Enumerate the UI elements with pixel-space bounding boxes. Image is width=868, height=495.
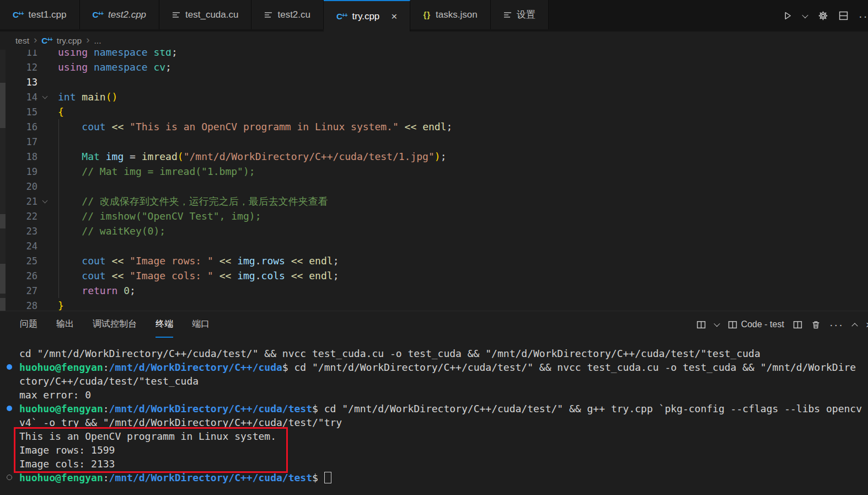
- run-button[interactable]: [783, 11, 792, 20]
- breadcrumb-separator: ›: [86, 34, 89, 46]
- code-line[interactable]: 23 // waitKey(0);: [0, 223, 868, 238]
- line-number: 26: [0, 269, 37, 284]
- indent-guide: [58, 119, 59, 298]
- launch-profile-chevron[interactable]: [715, 322, 719, 327]
- terminal-output[interactable]: cd "/mnt/d/WorkDirectory/C++/cuda/test/"…: [0, 338, 868, 495]
- panel-tab-端口[interactable]: 端口: [192, 311, 210, 338]
- tab-label: test2.cu: [277, 9, 310, 20]
- panel-tab-终端[interactable]: 终端: [156, 311, 173, 338]
- tab-test_cuda.cu[interactable]: test_cuda.cu: [159, 0, 251, 29]
- kill-terminal-button[interactable]: [811, 320, 821, 329]
- code-line[interactable]: 24: [0, 238, 868, 253]
- cpp-file-icon: C++: [336, 12, 347, 20]
- more-panel-actions-icon: ···: [829, 319, 844, 330]
- line-number: 16: [0, 120, 37, 135]
- split-editor-button[interactable]: [839, 11, 848, 20]
- more-editor-actions[interactable]: ···: [859, 10, 868, 22]
- close-panel-button[interactable]: ×: [866, 320, 868, 330]
- line-number: 18: [0, 150, 37, 164]
- terminal-tab-item[interactable]: Code - test: [728, 320, 784, 329]
- close-tab-icon[interactable]: ×: [391, 11, 397, 22]
- terminal-line: huohuo@fengyan:/mnt/d/WorkDirectory/C++/…: [0, 360, 868, 374]
- panel-actions: Code - test···×: [696, 319, 865, 330]
- breadcrumb-item[interactable]: ...: [94, 36, 101, 46]
- line-number: 12: [0, 60, 37, 75]
- editor-tabs: C++test1.cppC++test2.cpptest_cuda.cutest…: [0, 0, 549, 31]
- tab-tasks.json[interactable]: {}tasks.json: [410, 0, 490, 29]
- terminal-line: max error: 0: [0, 388, 868, 402]
- terminal-views-button[interactable]: [696, 320, 706, 329]
- code-line[interactable]: 16 cout << "This is an OpenCV programm i…: [0, 119, 868, 134]
- terminal-line: huohuo@fengyan:/mnt/d/WorkDirectory/C++/…: [0, 402, 868, 416]
- close-panel-button-icon: ×: [866, 320, 868, 330]
- maximize-panel-button[interactable]: [853, 322, 857, 327]
- tab-test2.cpp[interactable]: C++test2.cpp: [80, 0, 160, 29]
- tab-test1.cpp[interactable]: C++test1.cpp: [0, 0, 80, 29]
- line-number: 13: [0, 75, 37, 90]
- panel-tabs: 问题输出调试控制台终端端口: [0, 311, 210, 338]
- code-line[interactable]: 14int main(): [0, 89, 868, 104]
- fold-chevron-icon[interactable]: [42, 198, 48, 204]
- line-number: 25: [0, 254, 37, 269]
- panel-tab-输出[interactable]: 输出: [56, 311, 74, 338]
- code-line[interactable]: 25 cout << "Image rows: " << img.rows <<…: [0, 253, 868, 268]
- terminal-line: Image cols: 2133: [0, 457, 868, 471]
- code-line[interactable]: 21 // 改成保存到文件夹，运行完之后，最后去文件夹查看: [0, 194, 868, 209]
- tab-test2.cu[interactable]: test2.cu: [251, 0, 324, 29]
- command-decoration-blue[interactable]: [7, 364, 12, 370]
- code-line[interactable]: 26 cout << "Image cols: " << img.cols <<…: [0, 268, 868, 283]
- code-lines: 11using namespace std;12using namespace …: [0, 50, 868, 311]
- code-line[interactable]: 17: [0, 134, 868, 149]
- settings-gear-icon[interactable]: [818, 10, 828, 21]
- code-line[interactable]: 22 // imshow("OpenCV Test", img);: [0, 209, 868, 223]
- maximize-panel-button-icon: [853, 322, 857, 327]
- terminal-views-button-icon: [696, 320, 706, 329]
- terminal-cursor: [324, 472, 331, 483]
- terminal-line: cd "/mnt/d/WorkDirectory/C++/cuda/test/"…: [0, 347, 868, 360]
- panel-tab-调试控制台[interactable]: 调试控制台: [93, 311, 137, 338]
- run-dropdown-chevron[interactable]: [803, 14, 807, 18]
- code-line[interactable]: 15{: [0, 104, 868, 119]
- code-line[interactable]: 20: [0, 179, 868, 194]
- code-line[interactable]: 11using namespace std;: [0, 50, 868, 60]
- cpp-file-icon: C++: [93, 10, 104, 19]
- breadcrumb-item[interactable]: try.cpp: [57, 36, 82, 46]
- vscode-window: C++test1.cppC++test2.cpptest_cuda.cutest…: [0, 0, 868, 495]
- more-panel-actions[interactable]: ···: [829, 319, 844, 330]
- line-number: 11: [0, 50, 37, 60]
- panel-header: 问题输出调试控制台终端端口 Code - test···×: [0, 311, 868, 338]
- json-braces-icon: {}: [423, 10, 431, 19]
- line-number: 15: [0, 105, 37, 120]
- line-number: 24: [0, 239, 37, 254]
- launch-profile-chevron-icon: [715, 322, 719, 327]
- command-decoration-hollow[interactable]: [7, 475, 12, 480]
- code-line[interactable]: 13: [0, 74, 868, 89]
- breadcrumb-item[interactable]: test: [15, 36, 29, 46]
- split-terminal-button[interactable]: [793, 320, 802, 329]
- command-decoration-blue[interactable]: [7, 406, 12, 411]
- code-line[interactable]: 18 Mat img = imread("/mnt/d/WorkDirector…: [0, 149, 868, 164]
- split-editor-button-icon: [839, 11, 848, 20]
- code-line[interactable]: 27 return 0;: [0, 283, 868, 298]
- code-line[interactable]: 19 // Mat img = imread("1.bmp");: [0, 164, 868, 179]
- panel-tab-问题[interactable]: 问题: [20, 311, 37, 338]
- tab-设置[interactable]: 设置: [491, 0, 549, 29]
- terminal-line: Image rows: 1599: [0, 443, 868, 457]
- run-dropdown-chevron-icon: [803, 14, 807, 18]
- line-number: 19: [0, 164, 37, 179]
- fold-chevron-icon[interactable]: [42, 94, 48, 99]
- line-number: 17: [0, 135, 37, 150]
- tab-label: tasks.json: [436, 9, 478, 20]
- split-terminal-button-icon: [793, 320, 802, 329]
- cpp-file-icon: C++: [41, 36, 52, 45]
- tab-label: test_cuda.cu: [185, 9, 238, 20]
- tab-label: test2.cpp: [108, 9, 146, 20]
- code-editor[interactable]: 11using namespace std;12using namespace …: [0, 50, 868, 311]
- tab-try.cpp[interactable]: C++try.cpp×: [324, 0, 410, 31]
- code-line[interactable]: 12using namespace cv;: [0, 60, 868, 74]
- breadcrumb-separator: ›: [34, 34, 37, 46]
- terminal-line: ctory/C++/cuda/test/"test_cuda: [0, 374, 868, 388]
- line-number: 27: [0, 284, 37, 299]
- code-line[interactable]: 28}: [0, 298, 868, 311]
- breadcrumb[interactable]: test›C++try.cpp›...: [0, 31, 868, 50]
